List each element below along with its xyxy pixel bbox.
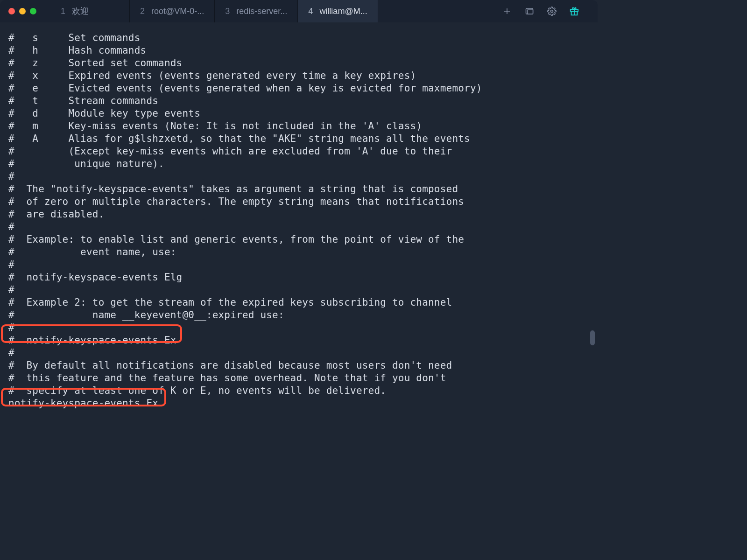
tab-william[interactable]: 4 william@M...: [298, 0, 378, 22]
svg-rect-3: [528, 10, 533, 14]
editor-area: # s Set commands # h Hash commands # z S…: [0, 22, 598, 448]
tab-label: root@VM-0-...: [151, 7, 204, 16]
minimize-window-button[interactable]: [19, 8, 26, 14]
gift-icon[interactable]: [564, 2, 585, 21]
tab-redis-server[interactable]: 3 redis-server...: [215, 0, 298, 22]
panels-icon[interactable]: [519, 2, 540, 21]
tab-index: 4: [308, 7, 313, 16]
close-window-button[interactable]: [8, 8, 15, 14]
tab-index: 2: [140, 7, 145, 16]
traffic-lights: [8, 8, 36, 14]
tab-bar: 1 欢迎 2 root@VM-0-... 3 redis-server... 4…: [50, 0, 492, 22]
tab-index: 1: [61, 7, 65, 16]
tab-index: 3: [225, 7, 230, 16]
tab-label: 欢迎: [72, 6, 89, 17]
tab-label: redis-server...: [236, 7, 287, 16]
scrollbar-thumb[interactable]: [590, 330, 595, 345]
new-tab-button[interactable]: [497, 2, 517, 21]
tab-root-vm[interactable]: 2 root@VM-0-...: [130, 0, 215, 22]
svg-point-4: [551, 10, 553, 13]
tab-welcome[interactable]: 1 欢迎: [50, 0, 130, 22]
titlebar: 1 欢迎 2 root@VM-0-... 3 redis-server... 4…: [0, 0, 598, 22]
editor-content[interactable]: # s Set commands # h Hash commands # z S…: [0, 22, 598, 419]
gear-icon[interactable]: [542, 2, 562, 21]
maximize-window-button[interactable]: [30, 8, 36, 14]
tab-label: william@M...: [319, 7, 367, 16]
toolbar-right: [497, 2, 589, 21]
